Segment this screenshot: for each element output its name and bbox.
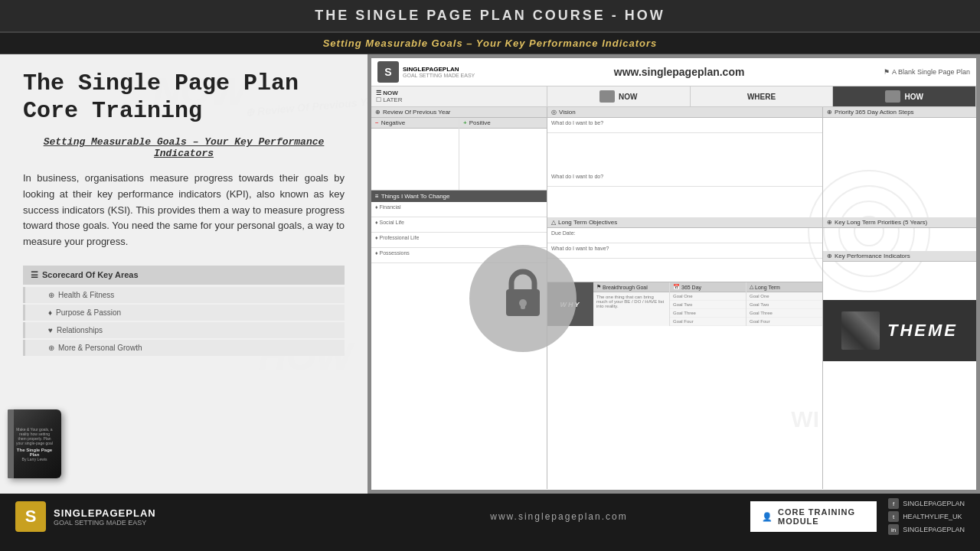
right-panel: S SINGLEPAGEPLAN GOAL SETTING MADE EASY …	[368, 54, 980, 494]
kpi-content	[823, 262, 976, 300]
scorecard-item-1: ⊕ Health & Fitness	[23, 287, 345, 303]
scorecard-icon: ☰	[31, 270, 38, 280]
goal-three-365: Goal Three	[670, 309, 746, 318]
vision-be-content	[547, 133, 822, 171]
ka-financial: ♦ Financial	[371, 202, 547, 217]
theme-text: THEME	[887, 321, 958, 341]
why-row: WHY ⚑ Breakthrough Goal The one thing th…	[547, 282, 822, 326]
book-text: Make & Your goals, a reality how setting…	[8, 427, 61, 461]
goal-four-365: Goal Four	[670, 318, 746, 326]
footer-left: S SINGLEPAGEPLAN GOAL SETTING MADE EASY	[0, 501, 368, 532]
footer-right: 👤 CORE TRAINING MODULE f SINGLEPAGEPLAN …	[750, 498, 980, 535]
main-content: NOW ⊕ Review Of Previous Year HOW The Si…	[0, 54, 980, 494]
tab-now-thumb	[599, 90, 615, 103]
sub-header: Setting Measurable Goals – Your Key Perf…	[0, 33, 980, 54]
social-twitter[interactable]: t HEALTHYLIFE_UK	[888, 511, 965, 522]
lock-icon	[500, 266, 546, 331]
goal-two-lt: Goal Two	[746, 301, 822, 309]
social-linkedin[interactable]: in SINGLEPAGEPLAN	[888, 524, 965, 535]
li-handle: SINGLEPAGEPLAN	[903, 526, 965, 533]
key-priorities-header: ⊕ Key Long Term Priorities (5 Years)	[823, 217, 976, 228]
fb-handle: SINGLEPAGEPLAN	[903, 500, 965, 507]
key-priorities-content	[823, 228, 976, 251]
review-header: ⊕ Review Of Previous Year	[371, 107, 547, 118]
spp-logo: S SINGLEPAGEPLAN GOAL SETTING MADE EASY	[377, 61, 475, 83]
social-facebook[interactable]: f SINGLEPAGEPLAN	[888, 498, 965, 509]
spp-logo-text: SINGLEPAGEPLAN GOAL SETTING MADE EASY	[403, 66, 475, 78]
goal-two-365: Goal Two	[670, 301, 746, 309]
day365-header: 📅 365 Day	[670, 282, 746, 292]
description-text: In business, organisations measure progr…	[23, 171, 345, 250]
goal-three-lt: Goal Three	[746, 309, 822, 318]
scorecard-item-3: ♥ Relationships	[23, 322, 345, 338]
footer-center: www.singlepageplan.com	[368, 511, 750, 522]
longterm-due: Due Date:	[547, 228, 822, 243]
positive-header: + Positive	[459, 118, 547, 129]
breakthrough-header: ⚑ Breakthrough Goal	[593, 282, 669, 292]
book-visual: Make & Your goals, a reality how setting…	[8, 409, 61, 478]
bottom-footer: S SINGLEPAGEPLAN GOAL SETTING MADE EASY …	[0, 494, 980, 540]
spp-header: S SINGLEPAGEPLAN GOAL SETTING MADE EASY …	[371, 58, 976, 86]
vision-have: What do I want to have?	[547, 243, 822, 259]
spp-preview: S SINGLEPAGEPLAN GOAL SETTING MADE EASY …	[371, 58, 976, 490]
spp-col-how: ⊕ Priority 365 Day Action Steps ⊕ Key Lo…	[823, 107, 976, 489]
svg-rect-2	[521, 303, 525, 309]
positive-col: + Positive	[459, 118, 547, 190]
longterm-header: △ Long Term Objectives	[547, 217, 822, 228]
vision-do-content	[547, 187, 822, 217]
spp-nav: ☰ NOW ☐ LATER NOW WHERE HOW	[371, 86, 976, 107]
kpi-header: ⊕ Key Performance Indicators	[823, 251, 976, 262]
scorecard-item-2: ♦ Purpose & Passion	[23, 305, 345, 321]
negative-header: − Negative	[371, 118, 459, 129]
theme-box: THEME	[823, 300, 976, 361]
tab-now[interactable]: NOW	[547, 86, 691, 106]
longterm-goals-col: △ Long Term Goal One Goal Two	[746, 282, 822, 326]
section-subtitle: Setting Measurable Goals – Your Key Perf…	[23, 136, 345, 159]
left-panel: NOW ⊕ Review Of Previous Year HOW The Si…	[0, 54, 368, 494]
spp-url: www.singlepageplan.com	[482, 66, 876, 78]
spp-nav-tabs: NOW WHERE HOW	[547, 86, 976, 106]
footer-url: www.singlepageplan.com	[490, 511, 627, 522]
page-header: THE SINGLE PAGE PLAN COURSE - HOW	[0, 0, 980, 33]
scorecard-section: ☰ Scorecard Of Key Areas ⊕ Health & Fitn…	[23, 266, 345, 356]
tab-where[interactable]: WHERE	[691, 86, 834, 106]
tab-how[interactable]: HOW	[833, 86, 976, 106]
goal-four-lt: Goal Four	[746, 318, 822, 326]
vision-header: ◎ Vision	[547, 107, 822, 118]
person-icon: 👤	[762, 512, 773, 522]
book-image: Make & Your goals, a reality how setting…	[8, 409, 69, 486]
breakthrough-col: ⚑ Breakthrough Goal The one thing that c…	[593, 282, 670, 326]
negative-col: − Negative	[371, 118, 459, 190]
footer-logo-s: S	[15, 501, 46, 532]
longterm-goals-header: △ Long Term	[746, 282, 822, 292]
sub-header-text: Setting Measurable Goals – Your Key Perf…	[323, 37, 658, 49]
spp-nav-left: ☰ NOW ☐ LATER	[371, 86, 547, 106]
footer-logo-text: SINGLEPAGEPLAN GOAL SETTING MADE EASY	[54, 507, 156, 527]
lock-overlay	[469, 245, 577, 352]
core-training-button[interactable]: 👤 CORE TRAINING MODULE	[750, 501, 877, 532]
tw-handle: HEALTHYLIFE_UK	[903, 513, 962, 520]
vision-do: What do I want to do?	[547, 171, 822, 187]
why-content: ⚑ Breakthrough Goal The one thing that c…	[593, 282, 822, 326]
vision-have-content	[547, 259, 822, 282]
left-content: The Single Page Plan Core Training Setti…	[23, 70, 345, 356]
vision-be: What do I want to be?	[547, 118, 822, 133]
goals-row: ⚑ Breakthrough Goal The one thing that c…	[593, 282, 822, 326]
linkedin-icon: in	[888, 524, 899, 535]
footer-logo-main: SINGLEPAGEPLAN	[54, 507, 156, 519]
spp-blank-link[interactable]: ⚑ A Blank Single Page Plan	[884, 68, 970, 76]
scorecard-header: ☰ Scorecard Of Key Areas	[23, 266, 345, 285]
day365-col: 📅 365 Day Goal One Goal Two	[670, 282, 746, 326]
social-links: f SINGLEPAGEPLAN t HEALTHYLIFE_UK in SIN…	[888, 498, 965, 535]
goal-one-lt: Goal One	[746, 292, 822, 301]
ka-social: ♦ Social Life	[371, 217, 547, 233]
review-grid: − Negative + Positive	[371, 118, 547, 190]
things-change-header: ≡ Things I Want To Change	[371, 190, 547, 202]
spp-logo-icon: S	[377, 61, 399, 83]
scorecard-item-4: ⊕ More & Personal Growth	[23, 340, 345, 356]
negative-content	[371, 129, 459, 190]
spp-grid: ⊕ Review Of Previous Year − Negative	[371, 107, 976, 489]
header-title: THE SINGLE PAGE PLAN COURSE - HOW	[315, 8, 665, 23]
footer-logo-sub: GOAL SETTING MADE EASY	[54, 519, 156, 527]
priority-header: ⊕ Priority 365 Day Action Steps	[823, 107, 976, 118]
